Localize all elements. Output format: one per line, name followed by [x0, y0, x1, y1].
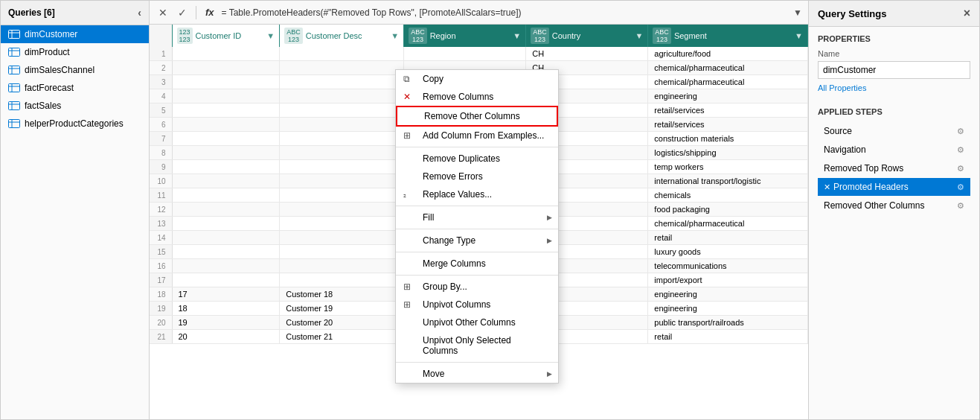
menu-item-copy[interactable]: ⧉Copy: [396, 70, 558, 88]
menu-item-unpivot-columns[interactable]: ⊞Unpivot Columns: [396, 296, 558, 314]
table-icon: [8, 48, 20, 57]
menu-item-group-by[interactable]: ⊞Group By...: [396, 278, 558, 296]
applied-steps-section: APPLIED STEPS Source ⚙ Navigation ⚙ Remo…: [809, 100, 979, 222]
menu-item-move[interactable]: Move: [396, 365, 558, 383]
cell-segment: chemical/pharmaceutical: [648, 61, 808, 75]
col-filter-4[interactable]: ▼: [795, 31, 803, 40]
step-x-promoted-headers[interactable]: ✕: [824, 182, 830, 192]
name-input[interactable]: [818, 61, 970, 79]
column-header-0[interactable]: 123123 Customer ID ▼: [172, 25, 280, 47]
table-row: 1 CH agriculture/food: [150, 47, 808, 61]
step-item-promoted-headers[interactable]: ✕ Promoted Headers ⚙: [818, 178, 970, 196]
row-number: 9: [150, 160, 172, 174]
menu-item-unpivot-only-selected[interactable]: Unpivot Only Selected Columns: [396, 331, 558, 360]
svg-rect-9: [9, 84, 20, 92]
col-filter-0[interactable]: ▼: [266, 31, 275, 40]
menu-item-unpivot-other-columns[interactable]: Unpivot Other Columns: [396, 314, 558, 331]
step-item-removed-other-columns[interactable]: Removed Other Columns ⚙: [818, 197, 970, 214]
cell-id: [172, 231, 280, 245]
menu-label: Replace Values...: [423, 189, 492, 200]
cell-segment: agriculture/food: [648, 47, 808, 61]
step-label-removed-other-columns: Removed Other Columns: [824, 200, 957, 211]
sidebar-item-dimProduct[interactable]: dimProduct: [1, 43, 149, 61]
step-gear-source[interactable]: ⚙: [957, 127, 964, 136]
cell-id: [172, 174, 280, 188]
row-number: 10: [150, 174, 172, 188]
menu-label: Unpivot Columns: [423, 299, 490, 310]
menu-item-change-type[interactable]: Change Type: [396, 232, 558, 249]
sidebar-item-dimCustomer[interactable]: dimCustomer: [1, 25, 149, 43]
step-item-removed-top-rows[interactable]: Removed Top Rows ⚙: [818, 159, 970, 177]
settings-close-button[interactable]: ×: [964, 7, 970, 20]
collapse-button[interactable]: ‹: [138, 7, 141, 19]
row-number: 8: [150, 146, 172, 160]
add-col-icon: ⊞: [403, 130, 411, 141]
column-header-4[interactable]: ABC123 Segment ▼: [648, 25, 808, 47]
menu-separator: [396, 206, 558, 206]
step-gear-navigation[interactable]: ⚙: [957, 145, 964, 155]
menu-item-add-column-examples[interactable]: ⊞Add Column From Examples...: [396, 127, 558, 144]
grid-container: 123123 Customer ID ▼ ABC123 Customer Des…: [150, 25, 808, 419]
menu-item-remove-other-columns[interactable]: Remove Other Columns: [396, 106, 558, 127]
cell-segment: import/export: [648, 273, 808, 287]
step-gear-promoted-headers[interactable]: ⚙: [957, 182, 964, 192]
menu-item-replace-values[interactable]: ₂Replace Values...: [396, 185, 558, 203]
cell-segment: telecommunications: [648, 259, 808, 273]
col-filter-3[interactable]: ▼: [635, 31, 643, 40]
column-header-1[interactable]: ABC123 Customer Desc ▼: [280, 25, 404, 47]
cell-desc: [280, 231, 404, 245]
queries-panel: Queries [6] ‹ dimCustomer dimProduct dim…: [1, 1, 150, 419]
cell-desc: [280, 188, 404, 203]
column-header-2[interactable]: ABC123 Region ▼: [404, 25, 526, 47]
query-list: dimCustomer dimProduct dimSalesChannel f…: [1, 25, 149, 133]
cell-desc: [280, 89, 404, 104]
cell-segment: retail: [648, 330, 808, 344]
formula-input[interactable]: [222, 7, 790, 18]
table-header-row: 123123 Customer ID ▼ ABC123 Customer Des…: [150, 25, 808, 47]
step-gear-removed-top-rows[interactable]: ⚙: [957, 164, 964, 174]
menu-label: Change Type: [423, 235, 475, 246]
all-properties-link[interactable]: All Properties: [818, 83, 970, 92]
col-filter-1[interactable]: ▼: [391, 31, 399, 40]
name-label: Name: [818, 49, 970, 58]
step-item-source[interactable]: Source ⚙: [818, 122, 970, 140]
col-type-1: ABC123: [284, 28, 303, 44]
row-number: 18: [150, 287, 172, 302]
menu-item-remove-duplicates[interactable]: Remove Duplicates: [396, 150, 558, 168]
menu-label: Remove Columns: [423, 92, 493, 102]
confirm-button[interactable]: ✓: [175, 5, 190, 20]
menu-item-fill[interactable]: Fill: [396, 209, 558, 226]
row-number: 5: [150, 104, 172, 118]
row-number: 12: [150, 203, 172, 217]
cell-id: [172, 146, 280, 160]
undo-button[interactable]: ✕: [156, 5, 170, 20]
step-gear-removed-other-columns[interactable]: ⚙: [957, 201, 964, 211]
menu-separator: [396, 275, 558, 276]
cell-desc: Customer 19: [280, 302, 404, 316]
cell-segment: engineering: [648, 89, 808, 104]
group-icon: ⊞: [403, 281, 411, 292]
sidebar-item-dimSalesChannel[interactable]: dimSalesChannel: [1, 61, 149, 79]
column-header-3[interactable]: ABC123 Country ▼: [526, 25, 648, 47]
formula-dropdown-button[interactable]: ▼: [793, 7, 802, 18]
cell-desc: [280, 160, 404, 174]
cell-desc: [280, 245, 404, 259]
cell-segment: chemical/pharmaceutical: [648, 75, 808, 89]
menu-separator: [396, 252, 558, 252]
cell-id: [172, 203, 280, 217]
menu-item-remove-errors[interactable]: Remove Errors: [396, 168, 558, 185]
cell-id: 18: [172, 302, 280, 316]
menu-item-merge-columns[interactable]: Merge Columns: [396, 255, 558, 273]
settings-title: Query Settings: [818, 8, 886, 19]
sidebar-item-factSales[interactable]: factSales: [1, 97, 149, 115]
step-label-navigation: Navigation: [824, 144, 957, 155]
menu-item-remove-columns[interactable]: ✕Remove Columns: [396, 88, 558, 106]
cell-desc: [280, 146, 404, 160]
sidebar-item-helperProductCategories[interactable]: helperProductCategories: [1, 115, 149, 133]
row-number: 6: [150, 118, 172, 132]
col-filter-2[interactable]: ▼: [513, 31, 521, 40]
cell-segment: temp workers: [648, 160, 808, 174]
menu-separator: [396, 229, 558, 229]
sidebar-item-factForecast[interactable]: factForecast: [1, 79, 149, 97]
step-item-navigation[interactable]: Navigation ⚙: [818, 141, 970, 159]
